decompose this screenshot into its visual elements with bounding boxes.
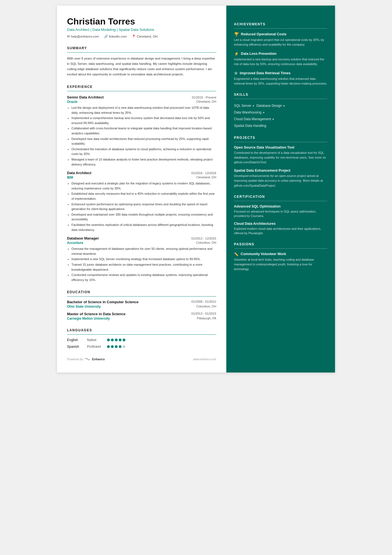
languages-title: LANGUAGES (67, 328, 216, 332)
header-contact: ✉ help@enhancv.com 🔗 linkedin.com 📍 Clev… (67, 34, 216, 38)
language-english: English Native (67, 338, 216, 342)
edu-2-school: Carnegie Mellon University (67, 317, 110, 320)
project-1: Open Source Data Visualization Tool Cont… (234, 145, 327, 165)
skills-list: SQL Server Database Design Data Warehous… (234, 102, 327, 129)
list-item: Facilitated the seamless replication of … (71, 223, 216, 232)
left-column: Christian Torres Data Architect | Data M… (57, 6, 226, 373)
location-contact: 📍 Cleveland, OH (132, 34, 158, 38)
project-2-text: Developed enhancements for an open-sourc… (234, 174, 327, 188)
list-item: Managed a team of 10 database analysts t… (71, 157, 216, 167)
language-english-level: Native (87, 338, 104, 342)
summary-section: SUMMARY With over 8 years of extensive e… (67, 46, 216, 77)
projects-section: PROJECTS Open Source Data Visualization … (234, 136, 327, 188)
skill-item: SQL Server (234, 104, 251, 108)
header: Christian Torres Data Architect | Data M… (67, 17, 216, 38)
list-item: Developed and maintained over 300 data m… (71, 212, 216, 222)
list-item: Developed new data model architectures t… (71, 137, 216, 146)
list-item: Led the design and deployment of a new d… (71, 105, 216, 115)
job-2-title: Data Architect (67, 171, 91, 175)
job-3-bullets: Oversaw the management of database opera… (67, 246, 216, 282)
education-section: EDUCATION Bachelor of Science in Compute… (67, 290, 216, 320)
job-3-company-row: Accenture Columbus, OH (67, 241, 216, 245)
project-1-text: Contributed to the development of a data… (234, 151, 327, 165)
project-2-title: Spatial Data Enhancement Project (234, 169, 327, 172)
cert-1-title: Advanced SQL Optimization (234, 204, 327, 208)
edu-2: Master of Science in Data Science 01/201… (67, 312, 216, 320)
edu-2-location: Pittsburgh, PA (197, 317, 216, 320)
languages-section: LANGUAGES English Native Spanish Profici… (67, 328, 216, 349)
edu-1-school-row: Ohio State University Columbus, OH (67, 305, 216, 309)
job-1-company-row: Oracle Cleveland, OH (67, 100, 216, 104)
job-3-date: 01/2013 - 12/2015 (191, 237, 216, 240)
pencil-icon: ✏️ (234, 252, 239, 256)
achievement-2-title: ⚡ Data Loss Prevention (234, 51, 327, 56)
edu-1-location: Columbus, OH (196, 305, 216, 309)
education-divider (67, 296, 216, 297)
edu-1-date: 01/2008 - 01/2012 (191, 300, 216, 304)
job-1-title: Senior Data Architect (67, 95, 104, 99)
linkedin-contact: 🔗 linkedin.com (104, 34, 127, 38)
achievement-2: ⚡ Data Loss Prevention Implemented a new… (234, 51, 327, 66)
project-1-title: Open Source Data Visualization Tool (234, 145, 327, 149)
job-3-header: Database Manager 01/2013 - 12/2015 (67, 236, 216, 240)
footer-website: www.enhancv.com (193, 358, 216, 361)
experience-section: EXPERIENCE Senior Data Architect 01/2019… (67, 85, 216, 282)
achievement-2-text: Implemented a new backup and recovery so… (234, 57, 327, 66)
cert-1: Advanced SQL Optimization Focused on adv… (234, 204, 327, 218)
achievement-1-text: Led a cloud migration project that cut o… (234, 38, 327, 47)
languages-divider (67, 334, 216, 335)
dot (123, 345, 125, 348)
edu-2-header: Master of Science in Data Science 01/201… (67, 312, 216, 316)
skill-item: Cloud Data Management (234, 117, 271, 121)
list-item: Implemented a new SQL Server monitoring … (71, 257, 216, 262)
cert-2: Cloud Data Architectures Explored modern… (234, 222, 327, 236)
skill-item: Data Warehousing (234, 110, 262, 114)
skill-separator (272, 119, 274, 120)
certification-title: CERTIFICATION (234, 195, 327, 199)
dot (111, 345, 114, 348)
project-2: Spatial Data Enhancement Project Develop… (234, 169, 327, 188)
job-3-title: Database Manager (67, 236, 99, 240)
skill-separator (283, 105, 285, 107)
edu-2-degree: Master of Science in Data Science (67, 312, 125, 316)
footer-brand: Enhancv (92, 357, 105, 361)
achievement-3-text: Engineered a data warehousing solution t… (234, 77, 327, 86)
dot (107, 339, 110, 341)
experience-divider (67, 91, 216, 91)
resume-wrapper: Christian Torres Data Architect | Data M… (57, 6, 335, 373)
summary-divider (67, 52, 216, 53)
job-1-header: Senior Data Architect 01/2019 - Present (67, 95, 216, 99)
edu-2-date: 01/2013 - 01/2015 (191, 312, 216, 316)
certification-section: CERTIFICATION Advanced SQL Optimization … (234, 195, 327, 236)
job-2-header: Data Architect 01/2016 - 12/2018 (67, 171, 216, 175)
passions-title: PASSIONS (234, 242, 327, 246)
language-english-name: English (67, 338, 84, 342)
job-3: Database Manager 01/2013 - 12/2015 Accen… (67, 236, 216, 282)
header-subtitle: Data Architect | Data Modeling | Spatial… (67, 28, 216, 32)
achievement-3-title: ☆ Improved Data Retrieval Times (234, 71, 327, 75)
job-2-date: 01/2016 - 12/2018 (191, 171, 216, 175)
job-1-company: Oracle (67, 100, 77, 104)
skills-divider (234, 99, 327, 99)
skills-section: SKILLS SQL Server Database Design Data W… (234, 93, 327, 129)
achievement-3: ☆ Improved Data Retrieval Times Engineer… (234, 71, 327, 86)
candidate-name: Christian Torres (67, 17, 216, 26)
dot (107, 345, 110, 348)
achievements-title: ACHIEVEMENTS (234, 22, 327, 26)
skill-separator (263, 112, 264, 113)
dot (111, 339, 114, 341)
list-item: Orchestrated the transition of database … (71, 147, 216, 157)
cert-2-text: Explored modern cloud data architectures… (234, 226, 327, 236)
edu-2-school-row: Carnegie Mellon University Pittsburgh, P… (67, 317, 216, 320)
powered-by-text: Powered by (67, 357, 83, 361)
lightning-icon: ⚡ (234, 51, 239, 56)
achievements-section: ACHIEVEMENTS 🏆 Reduced Operational Costs… (234, 22, 327, 86)
dot (119, 339, 121, 341)
job-1-date: 01/2019 - Present (192, 96, 216, 99)
star-icon: ☆ (234, 71, 238, 75)
language-spanish-name: Spanish (67, 345, 84, 349)
education-title: EDUCATION (67, 290, 216, 294)
list-item: Collaborated with cross-functional teams… (71, 126, 216, 136)
job-2: Data Architect 01/2016 - 12/2018 IBM Cle… (67, 171, 216, 232)
job-2-location: Cleveland, OH (196, 176, 216, 179)
